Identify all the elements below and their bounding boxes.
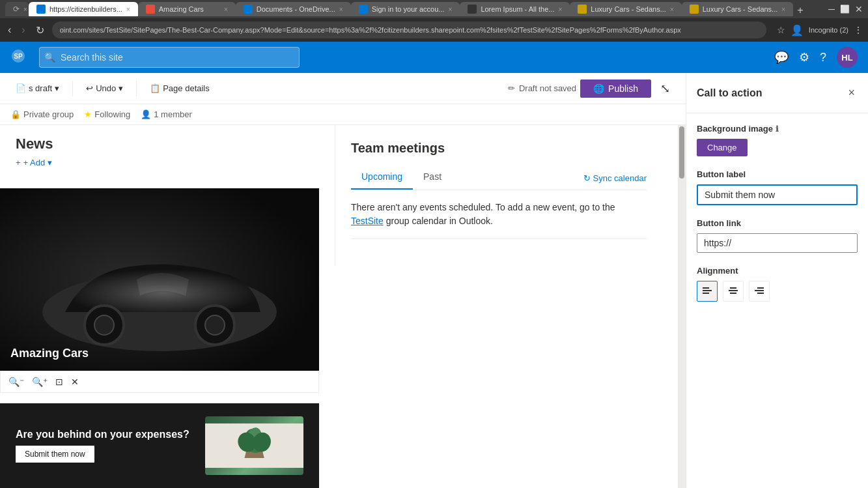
person-icon: 👤 (141, 109, 151, 119)
tab-upcoming[interactable]: Upcoming (351, 166, 413, 190)
tab-close-2[interactable]: × (126, 6, 130, 13)
help-icon[interactable]: ? (820, 51, 826, 65)
back-button[interactable]: ‹ (5, 24, 14, 36)
tab-label-6: Lorem Ipsum - All the... (481, 5, 554, 13)
tab-spinner-icon: ⟳ (13, 5, 20, 14)
sync-calendar-button[interactable]: ↻ Sync calendar (583, 173, 647, 183)
no-events-prefix: There aren't any events scheduled. To ad… (351, 202, 615, 212)
browser-tab-luxury-1[interactable]: Luxury Cars - Sedans... × (570, 2, 681, 16)
site-group-type: 🔒 Private group (10, 109, 74, 119)
add-icon: + (16, 158, 21, 167)
browser-tab-1[interactable]: ⟳ × (5, 2, 29, 16)
browser-chrome: ⟳ × https://citizenbuilders... × Amazing… (0, 0, 868, 18)
avatar[interactable]: HL (837, 47, 858, 68)
toolbar-divider-1 (72, 81, 73, 96)
button-link-label: Button link (697, 218, 858, 228)
address-bar-icons: ☆ 👤 Incognito (2) ⋮ (777, 24, 863, 36)
site-members[interactable]: 👤 1 member (141, 109, 192, 119)
tab-close-8[interactable]: × (781, 6, 785, 13)
settings-icon[interactable]: ⚙ (799, 50, 809, 65)
menu-icon[interactable]: ⋮ (854, 25, 863, 35)
page-details-button[interactable]: 📋 Page details (145, 81, 215, 96)
publish-button[interactable]: 🌐 Publish (580, 79, 651, 98)
browser-tab-luxury-2[interactable]: Luxury Cars - Sedans... × (682, 2, 793, 16)
forward-button[interactable]: › (19, 24, 27, 36)
zoom-out-button[interactable]: 🔍⁻ (6, 374, 27, 390)
add-chevron-icon: ▾ (48, 158, 52, 167)
tab-close-7[interactable]: × (670, 6, 674, 13)
browser-tab-citizenbuilders[interactable]: https://citizenbuilders... × (29, 2, 138, 16)
tab-past[interactable]: Past (413, 166, 452, 190)
reload-button[interactable]: ↻ (33, 24, 47, 36)
hero-caption-text: Amazing Cars (10, 347, 89, 360)
button-label-input[interactable] (697, 184, 858, 205)
tab-close-1[interactable]: × (23, 6, 27, 13)
tab-close-6[interactable]: × (558, 6, 562, 13)
content-columns: News + + Add ▾ (0, 125, 678, 488)
cta-submit-button[interactable]: Submit them now (16, 446, 94, 463)
expand-button[interactable]: ⤡ (655, 79, 675, 98)
news-section: News + + Add ▾ (0, 125, 319, 188)
button-link-input[interactable] (697, 233, 858, 253)
align-left-icon (702, 286, 712, 296)
tab-favicon-8 (690, 5, 699, 14)
bookmark-star-icon[interactable]: ☆ (777, 25, 785, 35)
left-column: News + + Add ▾ (0, 125, 319, 488)
add-button[interactable]: + + Add ▾ (16, 158, 303, 167)
add-tab-button[interactable]: + (793, 5, 807, 16)
svg-point-8 (205, 315, 225, 335)
svg-rect-20 (757, 287, 764, 289)
undo-chevron-icon: ▾ (119, 83, 123, 93)
button-link-section: Button link (697, 218, 858, 253)
search-input[interactable] (39, 47, 300, 68)
panel-close-button[interactable]: × (845, 83, 858, 102)
toolbar-divider-2 (136, 81, 137, 96)
tab-close-5[interactable]: × (449, 6, 453, 13)
align-center-button[interactable] (723, 281, 744, 302)
scrollbar[interactable] (678, 125, 686, 488)
restore-icon[interactable]: ⬜ (840, 5, 850, 14)
align-right-button[interactable] (749, 281, 770, 302)
undo-icon: ↩ (86, 83, 93, 93)
tab-close-4[interactable]: × (339, 6, 343, 13)
tab-label-5: Sign in to your accou... (372, 5, 445, 13)
tab-favicon-4 (244, 5, 253, 14)
search-icon: 🔍 (44, 52, 55, 63)
scroll-thumb[interactable] (679, 126, 684, 179)
zoom-fit-button[interactable]: ⊡ (53, 374, 66, 390)
search-wrapper: 🔍 (39, 47, 300, 68)
background-image-label-text: Background image (697, 124, 773, 134)
lock-icon: 🔒 (10, 109, 21, 119)
testsite-link[interactable]: TestSite (351, 216, 384, 226)
meetings-title: Team meetings (351, 141, 647, 156)
draft-button[interactable]: 📄 s draft ▾ (10, 81, 64, 96)
browser-tab-documents[interactable]: Documents - OneDrive... × (236, 2, 351, 16)
hero-image: Amazing Cars (0, 188, 319, 371)
image-close-button[interactable]: ✕ (68, 374, 81, 390)
background-image-label: Background image ℹ (697, 124, 858, 134)
plant-svg (205, 416, 303, 475)
undo-button[interactable]: ↩ Undo ▾ (81, 81, 128, 96)
sync-label: Sync calendar (593, 173, 647, 183)
news-title: News (16, 136, 303, 152)
svg-rect-21 (755, 290, 764, 291)
tab-label-2: https://citizenbuilders... (49, 5, 122, 13)
close-icon[interactable]: ✕ (855, 4, 863, 14)
browser-tab-signin[interactable]: Sign in to your accou... × (351, 2, 460, 16)
chat-icon[interactable]: 💬 (774, 50, 789, 65)
alignment-section: Alignment (697, 266, 858, 302)
minimize-icon[interactable]: ─ (828, 4, 835, 14)
tab-favicon-7 (578, 5, 587, 14)
align-left-button[interactable] (697, 281, 718, 302)
browser-tab-lorem[interactable]: Lorem Ipsum - All the... × (460, 2, 570, 16)
site-following[interactable]: ★ Following (84, 109, 130, 119)
members-text: 1 member (154, 109, 192, 119)
zoom-in-button[interactable]: 🔍⁺ (29, 374, 50, 390)
browser-tab-amazing-cars[interactable]: Amazing Cars × (138, 2, 236, 16)
tab-label-4: Documents - OneDrive... (257, 5, 335, 13)
change-button[interactable]: Change (697, 139, 748, 156)
tab-close-3[interactable]: × (224, 6, 228, 13)
page-details-icon: 📋 (150, 83, 160, 93)
address-text: oint.com/sites/TestSite/SitePages/The-Be… (60, 26, 681, 34)
address-bar[interactable]: oint.com/sites/TestSite/SitePages/The-Be… (52, 22, 766, 38)
